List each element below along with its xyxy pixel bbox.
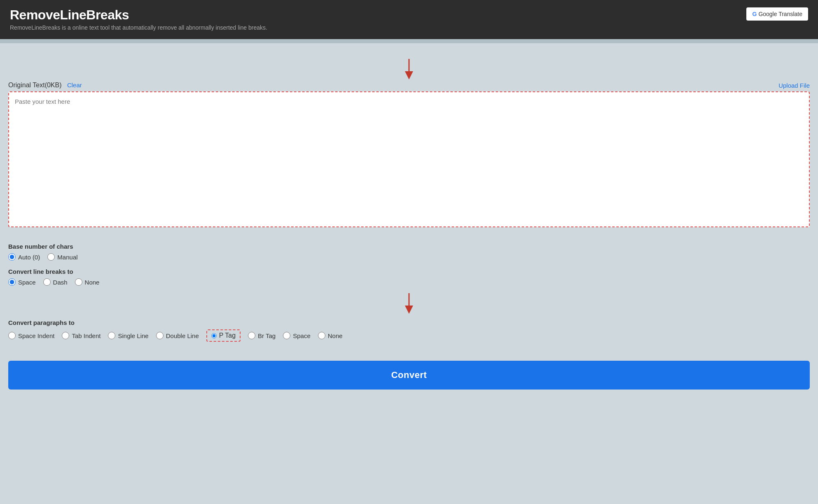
convert-line-breaks-group: Convert line breaks to Space Dash None <box>8 268 810 286</box>
radio-none-para-label: None <box>328 332 343 339</box>
radio-double-line-label: Double Line <box>166 332 199 339</box>
svg-marker-1 <box>405 71 413 79</box>
google-translate-button[interactable]: GGoogle Translate <box>746 7 808 21</box>
convert-paragraphs-radio-group: Space Indent Tab Indent Single Line Doub… <box>8 329 810 342</box>
radio-space-para[interactable]: Space <box>283 332 311 339</box>
radio-space-label: Space <box>18 279 36 286</box>
clear-link[interactable]: Clear <box>67 82 82 89</box>
header-separator <box>0 39 818 43</box>
radio-p-tag-wrapper[interactable]: P Tag <box>206 329 241 342</box>
convert-line-breaks-label: Convert line breaks to <box>8 268 810 275</box>
radio-double-line-input[interactable] <box>156 332 164 339</box>
base-chars-radio-group: Auto (0) Manual <box>8 253 810 261</box>
base-chars-label: Base number of chars <box>8 243 810 250</box>
site-subtitle: RemoveLineBreaks is a online text tool t… <box>10 24 267 31</box>
radio-space-para-label: Space <box>293 332 311 339</box>
convert-button[interactable]: Convert <box>8 361 810 390</box>
radio-br-tag[interactable]: Br Tag <box>248 332 276 339</box>
options-section: Base number of chars Auto (0) Manual Con… <box>8 239 810 353</box>
radio-none-para-input[interactable] <box>318 332 325 339</box>
radio-space[interactable]: Space <box>8 278 36 286</box>
radio-space-input[interactable] <box>8 278 16 286</box>
radio-manual-input[interactable] <box>47 253 55 261</box>
down-arrow-icon <box>403 59 415 82</box>
radio-dash-label: Dash <box>53 279 68 286</box>
radio-tab-indent-input[interactable] <box>62 332 69 339</box>
header-left: RemoveLineBreaks RemoveLineBreaks is a o… <box>10 7 267 31</box>
radio-manual-label: Manual <box>57 254 77 261</box>
radio-tab-indent[interactable]: Tab Indent <box>62 332 100 339</box>
radio-space-indent[interactable]: Space Indent <box>8 332 54 339</box>
google-translate-label: Google Translate <box>758 11 802 17</box>
header: RemoveLineBreaks RemoveLineBreaks is a o… <box>0 0 818 39</box>
radio-space-indent-label: Space Indent <box>18 332 54 339</box>
radio-p-tag-input[interactable] <box>211 333 217 338</box>
textarea-label: Original Text(0KB) <box>8 82 62 89</box>
main-content: Original Text(0KB) Clear Upload File Bas… <box>0 43 818 398</box>
radio-space-indent-input[interactable] <box>8 332 16 339</box>
radio-single-line-label: Single Line <box>118 332 148 339</box>
radio-none-lb-input[interactable] <box>75 278 82 286</box>
radio-none-lb-label: None <box>85 279 100 286</box>
radio-p-tag-label: P Tag <box>219 332 236 339</box>
upload-file-link[interactable]: Upload File <box>778 82 810 89</box>
svg-marker-3 <box>405 306 413 314</box>
convert-paragraphs-label: Convert paragraphs to <box>8 319 810 326</box>
radio-none-lb[interactable]: None <box>75 278 100 286</box>
base-chars-group: Base number of chars Auto (0) Manual <box>8 243 810 261</box>
radio-tab-indent-label: Tab Indent <box>72 332 100 339</box>
radio-single-line-input[interactable] <box>108 332 115 339</box>
radio-br-tag-label: Br Tag <box>258 332 276 339</box>
radio-single-line[interactable]: Single Line <box>108 332 148 339</box>
down-arrow-middle-icon <box>403 293 415 316</box>
arrow-indicator-top <box>8 59 810 82</box>
radio-space-para-input[interactable] <box>283 332 290 339</box>
site-title: RemoveLineBreaks <box>10 7 267 23</box>
radio-auto-label: Auto (0) <box>18 254 40 261</box>
convert-line-breaks-radio-group: Space Dash None <box>8 278 810 286</box>
google-g-letter: G <box>752 11 757 17</box>
arrow-indicator-middle <box>8 293 810 316</box>
radio-br-tag-input[interactable] <box>248 332 255 339</box>
textarea-section: Original Text(0KB) Clear Upload File <box>8 82 810 229</box>
radio-double-line[interactable]: Double Line <box>156 332 199 339</box>
radio-dash-input[interactable] <box>43 278 51 286</box>
radio-auto-input[interactable] <box>8 253 16 261</box>
convert-paragraphs-group: Convert paragraphs to Space Indent Tab I… <box>8 319 810 342</box>
text-input[interactable] <box>8 91 810 227</box>
textarea-header-left: Original Text(0KB) Clear <box>8 82 82 89</box>
radio-none-para[interactable]: None <box>318 332 343 339</box>
radio-dash[interactable]: Dash <box>43 278 68 286</box>
radio-manual[interactable]: Manual <box>47 253 77 261</box>
radio-auto[interactable]: Auto (0) <box>8 253 40 261</box>
textarea-header: Original Text(0KB) Clear Upload File <box>8 82 810 89</box>
